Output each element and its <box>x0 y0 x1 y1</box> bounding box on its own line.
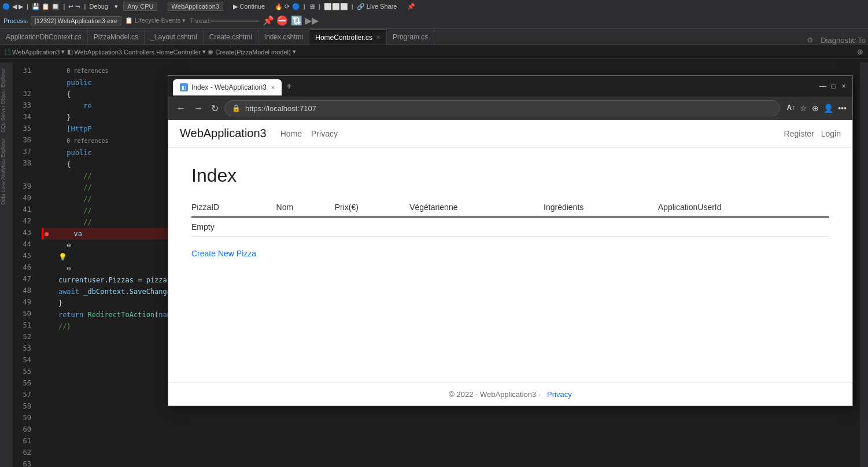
nav-icons: A↑ ☆ ⊕ 👤 ••• <box>787 104 847 113</box>
favorites-icon[interactable]: ☆ <box>800 104 807 113</box>
line-num-45: 45 <box>13 250 31 262</box>
line-num-39: 39 <box>13 181 31 192</box>
line-num-35: 35 <box>13 123 31 134</box>
code-line-50: 💡 <box>42 251 168 263</box>
line-num-46: 46 <box>13 262 31 273</box>
editor-breadcrumb: ⬚ WebApplication3 ▾ ◧ WebApplication3.Co… <box>0 45 868 59</box>
nav-link-privacy[interactable]: Privacy <box>311 129 338 138</box>
tab-program[interactable]: Program.cs <box>387 30 434 45</box>
browser-tab-title: Index - WebApplication3 <box>191 83 267 91</box>
live-share-btn[interactable]: Live Share <box>367 3 397 10</box>
register-link[interactable]: Register <box>784 129 814 138</box>
nav-link-home[interactable]: Home <box>280 129 302 138</box>
webapp-content: Index PizzaID Nom Prix(€) Végétarienne I… <box>168 148 852 276</box>
collections-icon[interactable]: ⊕ <box>812 104 819 113</box>
line-num-51: 51 <box>13 319 31 331</box>
code-line-39: 0 references <box>42 135 168 147</box>
line-num-43: 43 <box>13 227 31 238</box>
line-num-63: 63 <box>13 458 31 467</box>
line-num-50: 50 <box>13 308 31 319</box>
table-row-empty: Empty <box>191 217 829 237</box>
footer-privacy-link[interactable]: Privacy <box>547 390 572 399</box>
app-selector[interactable]: WebApplication3 <box>168 2 223 11</box>
read-aloud-icon[interactable]: A↑ <box>787 104 796 113</box>
line-num-49: 49 <box>13 296 31 308</box>
window-close-button[interactable]: × <box>840 82 848 90</box>
cpu-selector[interactable]: Any CPU <box>123 2 157 11</box>
process-value[interactable]: [12392] WebApplication3.exe <box>31 16 121 25</box>
col-userid: ApplicationUserId <box>658 198 829 217</box>
create-new-pizza-link[interactable]: Create New Pizza <box>191 249 256 258</box>
code-line-69: return RedirectToAction(nameof(Index)); <box>42 309 168 321</box>
line-num-48: 48 <box>13 285 31 296</box>
diagnostic-sidebar-toggle[interactable]: Diagnostic To <box>818 36 868 45</box>
line-num-34: 34 <box>13 111 31 123</box>
forward-button[interactable]: → <box>191 101 205 116</box>
code-line-70: //} <box>42 321 168 332</box>
new-tab-button[interactable]: + <box>284 79 294 94</box>
line-num-ref: . <box>13 76 31 88</box>
breadcrumb-project[interactable]: WebApplication3 <box>12 49 60 56</box>
address-bar[interactable]: 🔒 https://localhost:7107 <box>224 100 780 116</box>
window-maximize-button[interactable]: □ <box>829 82 837 90</box>
line-num-54: 54 <box>13 354 31 366</box>
code-line-31: 0 references <box>42 65 168 77</box>
thread-label: Thread: <box>190 17 212 24</box>
line-number-column: 31 . 32 33 34 35 36 37 38 . 39 40 41 42 … <box>13 62 34 467</box>
tab-settings-icon[interactable]: ⚙ <box>802 36 818 45</box>
browser-tab-index[interactable]: ◧ Index - WebApplication3 × <box>173 79 282 95</box>
line-num-42: 42 <box>13 215 31 227</box>
window-minimize-button[interactable]: — <box>819 82 827 90</box>
profile-icon[interactable]: 👤 <box>823 104 833 113</box>
back-button[interactable]: ← <box>174 101 188 116</box>
webapp-navbar: WebApplication3 Home Privacy Register Lo… <box>168 120 852 148</box>
col-pizzaid: PizzaID <box>191 198 276 217</box>
pin-icon: 📌 ⛔ 🔃 ▶▶ <box>263 15 319 26</box>
line-num-52: 52 <box>13 331 31 343</box>
code-line-35: } <box>42 112 168 123</box>
debug-menu[interactable]: Debug <box>90 3 108 10</box>
col-nom: Nom <box>276 198 335 217</box>
code-line-47: ● va <box>42 228 168 240</box>
browser-title-bar: ◧ Index - WebApplication3 × + — □ × <box>168 76 852 97</box>
refresh-button[interactable]: ↻ <box>209 101 221 116</box>
tab-layout[interactable]: _Layout.cshtml <box>145 30 204 45</box>
tab-create[interactable]: Create.cshtml <box>204 30 258 45</box>
breadcrumb-class[interactable]: WebApplication3.Controllers.HomeControll… <box>75 49 201 56</box>
page-heading: Index <box>191 165 829 186</box>
webapp-nav-auth: Register Login <box>784 129 841 138</box>
more-icon[interactable]: ••• <box>838 104 847 113</box>
line-num-47: 47 <box>13 273 31 285</box>
line-num-55: 55 <box>13 366 31 377</box>
line-num-56: 56 <box>13 377 31 389</box>
line-num-59: 59 <box>13 412 31 424</box>
right-scrollbar[interactable] <box>860 62 868 467</box>
line-num-57: 57 <box>13 389 31 400</box>
code-lines[interactable]: 0 references public { re } [HttpP 0 refe… <box>42 62 168 332</box>
line-num-38: 38 <box>13 157 31 169</box>
code-line-46: // <box>42 216 168 228</box>
webapp-brand[interactable]: WebApplication3 <box>180 127 267 140</box>
code-line-32: public <box>42 77 168 89</box>
tab-applicationdbcontext[interactable]: ApplicationDbContext.cs <box>0 30 88 45</box>
tab-homecontroller[interactable]: HomeController.cs ✕ <box>309 30 387 45</box>
thread-value[interactable] <box>211 20 258 22</box>
login-link[interactable]: Login <box>821 129 841 138</box>
close-tab-icon[interactable]: ✕ <box>376 34 381 41</box>
tab-index[interactable]: Index.cshtml <box>258 30 309 45</box>
line-num-33: 33 <box>13 100 31 111</box>
breadcrumb-method[interactable]: Create(PizzaModel model) <box>215 49 290 56</box>
browser-tab-favicon: ◧ <box>180 83 188 91</box>
sql-server-label: SQL Server Object Explorer <box>0 68 6 133</box>
tab-pizzamodel[interactable]: PizzaModel.cs <box>88 30 145 45</box>
line-num-41: 41 <box>13 204 31 215</box>
continue-btn[interactable]: Continue <box>239 3 265 10</box>
breadcrumb-icon2: ◉ <box>208 48 213 56</box>
line-num-36: 36 <box>13 134 31 146</box>
add-file-icon[interactable]: ⊕ <box>857 47 863 56</box>
code-line-49: ⊖ <box>42 240 168 251</box>
code-line-33: { <box>42 89 168 100</box>
code-line-34: re <box>42 100 168 112</box>
process-label: Process: <box>3 17 28 24</box>
browser-tab-close-icon[interactable]: × <box>271 84 275 91</box>
